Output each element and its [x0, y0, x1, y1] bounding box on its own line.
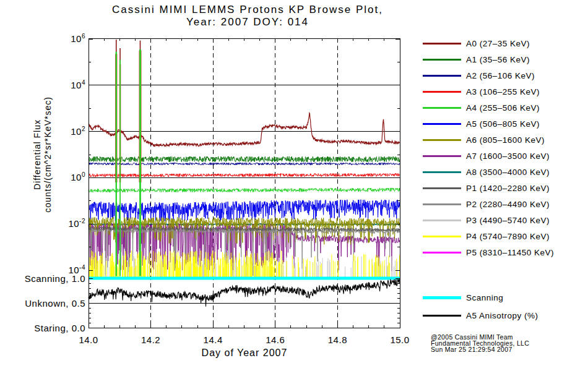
x-tick-14.4: 14.4 — [194, 335, 231, 345]
gridlines — [89, 38, 400, 328]
legend-item-a2-label: A2 (56–106 KeV) — [466, 71, 535, 80]
legend-item-a1-label: A1 (35–56 KeV) — [466, 55, 530, 64]
legend-item-a0-swatch — [423, 43, 461, 45]
legend-item-p2: P2 (2280–4490 KeV) — [423, 199, 550, 209]
copyright-line3: Sun Mar 25 21:29:54 2007 — [431, 346, 529, 352]
mode-label-unknown: Unknown, 0.5 — [5, 298, 85, 309]
browse-plot-page: Cassini MIMI LEMMS Protons KP Browse Plo… — [0, 0, 588, 371]
legend-item-p5: P5 (8310–11450 KeV) — [423, 247, 554, 257]
mode-label-staring: Staring, 0.0 — [5, 323, 85, 333]
legend-item-p4-swatch — [423, 236, 461, 237]
series-A0 — [89, 113, 400, 147]
x-tick-14.2: 14.2 — [132, 335, 170, 345]
series-A4 — [89, 188, 400, 192]
x-tick-15.0: 15.0 — [381, 335, 418, 345]
legend-item-p2-label: P2 (2280–4490 KeV) — [466, 200, 550, 209]
series-A5 — [89, 200, 400, 222]
flux-tick-10e6: 106 — [36, 33, 85, 44]
legend-item-a7: A7 (1600–3500 KeV) — [423, 151, 550, 161]
series-A2 — [89, 163, 400, 165]
legend-item-p4-label: P4 (5740–7890 KeV) — [466, 232, 550, 241]
flux-tick-10e0: 100 — [36, 171, 85, 182]
flux-series — [89, 113, 400, 278]
legend-item-p1-label: P1 (1420–2280 KeV) — [466, 184, 550, 193]
legend-item-a1-swatch — [423, 59, 461, 61]
legend-item-p1: P1 (1420–2280 KeV) — [423, 183, 550, 193]
x-tick-14.0: 14.0 — [70, 335, 107, 345]
legend-item-a5-label: A5 (506–805 KeV) — [466, 119, 540, 129]
legend-item-a0-label: A0 (27–35 KeV) — [466, 39, 530, 48]
legend-item-scanning-swatch — [423, 296, 461, 299]
legend-item-p5-label: P5 (8310–11450 KeV) — [466, 248, 554, 257]
legend-item-p3-swatch — [423, 220, 461, 221]
legend-item-scanning: Scanning — [423, 292, 503, 302]
legend-item-a8-label: A8 (3500–4000 KeV) — [466, 168, 550, 177]
legend-item-p5-swatch — [423, 252, 461, 254]
legend-item-a4: A4 (255–506 KeV) — [423, 103, 540, 113]
x-axis-label: Day of Year 2007 — [89, 348, 400, 359]
legend-item-a6: A6 (805–1600 KeV) — [423, 135, 545, 145]
legend-item-anisotropy-label: A5 Anisotropy (%) — [466, 311, 538, 320]
legend-item-anisotropy-swatch — [423, 315, 461, 317]
legend-item-a3-label: A3 (106–255 KeV) — [466, 87, 540, 96]
legend-item-a4-label: A4 (255–506 KeV) — [466, 103, 540, 113]
legend-item-a6-label: A6 (805–1600 KeV) — [466, 135, 545, 145]
legend-item-a1: A1 (35–56 KeV) — [423, 54, 530, 64]
plot-frame — [89, 38, 400, 328]
copyright: @2005 Cassini MIMI Team Fundamental Tech… — [431, 334, 529, 352]
legend-item-a8: A8 (3500–4000 KeV) — [423, 167, 550, 177]
legend-item-scanning-label: Scanning — [466, 293, 503, 302]
legend-item-a3: A3 (106–255 KeV) — [423, 87, 540, 96]
legend-item-a6-swatch — [423, 139, 461, 141]
series-P4 — [89, 250, 400, 277]
legend-item-a4-swatch — [423, 107, 461, 109]
legend-item-p2-swatch — [423, 203, 461, 205]
legend-item-a7-label: A7 (1600–3500 KeV) — [466, 151, 550, 161]
flux-tick-10e-2: 10-2 — [36, 218, 85, 229]
y-axis-label-line2: counts/(cm^2*sr*KeV*sec) — [43, 96, 53, 213]
series-A3 — [89, 173, 400, 177]
flux-tick-10e4: 104 — [36, 79, 85, 90]
x-tick-14.6: 14.6 — [257, 335, 294, 345]
legend-item-a2: A2 (56–106 KeV) — [423, 70, 535, 80]
legend-item-p3-label: P3 (4490–5740 KeV) — [466, 216, 550, 225]
series-A1 — [89, 156, 400, 162]
legend-item-p1-swatch — [423, 187, 461, 189]
legend-item-anisotropy: A5 Anisotropy (%) — [423, 310, 538, 320]
legend-item-a3-swatch — [423, 91, 461, 93]
legend-item-a2-swatch — [423, 75, 461, 77]
legend-item-a5-swatch — [423, 123, 461, 125]
legend-item-a0: A0 (27–35 KeV) — [423, 38, 530, 48]
legend-item-a8-swatch — [423, 171, 461, 173]
legend-item-a5: A5 (506–805 KeV) — [423, 119, 540, 129]
flux-tick-10e2: 102 — [36, 126, 85, 137]
anisotropy-trace — [89, 278, 400, 306]
x-tick-14.8: 14.8 — [319, 335, 356, 345]
legend-item-a7-swatch — [423, 155, 461, 157]
mode-label-scanning: Scanning, 1.0 — [5, 273, 85, 284]
legend-item-p4: P4 (5740–7890 KeV) — [423, 231, 550, 241]
legend-item-p3: P3 (4490–5740 KeV) — [423, 215, 550, 225]
